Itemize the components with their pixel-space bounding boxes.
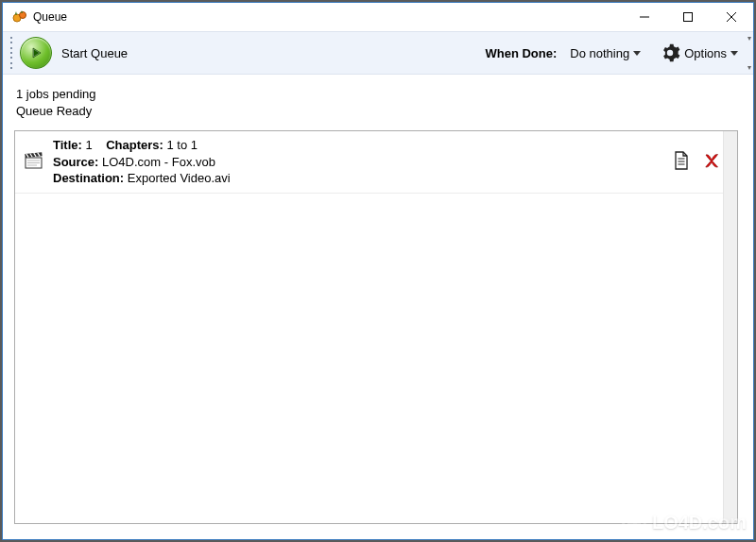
- options-dropdown[interactable]: Options: [682, 42, 744, 64]
- remove-job-button[interactable]: [703, 152, 720, 172]
- queue-job-row[interactable]: Title: 1 Chapters: 1 to 1 Source: LO4D.c…: [15, 131, 731, 194]
- app-window: Queue Start Queue When Done: D: [2, 2, 754, 540]
- toolbar-overflow-icon[interactable]: ▾: [747, 34, 751, 42]
- start-queue-label[interactable]: Start Queue: [61, 46, 128, 60]
- when-done-value: Do nothing: [570, 46, 629, 60]
- chapters-label: Chapters:: [106, 138, 163, 152]
- toolbar-overflow-icon[interactable]: ▾: [747, 63, 751, 72]
- destination-label: Destination:: [53, 171, 124, 185]
- options-label: Options: [684, 46, 727, 60]
- pending-jobs-text: 1 jobs pending: [16, 86, 738, 103]
- source-value: LO4D.com - Fox.vob: [102, 155, 215, 169]
- source-label: Source:: [53, 155, 98, 169]
- window-controls: [623, 3, 753, 31]
- svg-rect-2: [684, 13, 693, 22]
- title-label: Title:: [53, 138, 82, 152]
- vertical-scrollbar[interactable]: [723, 131, 738, 523]
- chevron-down-icon: [633, 51, 641, 56]
- app-icon: [12, 9, 27, 25]
- queue-list: Title: 1 Chapters: 1 to 1 Source: LO4D.c…: [14, 130, 738, 524]
- close-button[interactable]: [710, 3, 753, 31]
- video-clapper-icon: [25, 152, 43, 172]
- maximize-button[interactable]: [666, 3, 710, 31]
- window-title: Queue: [33, 10, 67, 24]
- queue-status: 1 jobs pending Queue Ready: [16, 86, 738, 119]
- delete-x-icon: [703, 152, 720, 169]
- titlebar[interactable]: Queue: [3, 3, 753, 31]
- job-actions: [673, 151, 722, 173]
- toolbar-grip-icon[interactable]: [9, 35, 14, 71]
- chapters-value: 1 to 1: [166, 138, 198, 152]
- play-icon: [29, 46, 43, 59]
- minimize-button[interactable]: [623, 3, 666, 31]
- start-queue-button[interactable]: [20, 37, 52, 69]
- content-area: 1 jobs pending Queue Ready Title: 1: [3, 75, 753, 539]
- destination-value: Exported Video.avi: [128, 171, 231, 185]
- toolbar: Start Queue When Done: Do nothing Option…: [3, 31, 753, 75]
- gear-icon: [660, 42, 680, 63]
- document-icon: [673, 151, 690, 170]
- queue-ready-text: Queue Ready: [16, 103, 738, 120]
- title-value: 1: [85, 138, 92, 152]
- when-done-dropdown[interactable]: Do nothing: [564, 42, 646, 64]
- chevron-down-icon: [730, 51, 738, 56]
- job-details: Title: 1 Chapters: 1 to 1 Source: LO4D.c…: [53, 137, 231, 187]
- when-done-label: When Done:: [485, 46, 557, 60]
- edit-job-button[interactable]: [673, 151, 690, 173]
- svg-point-1: [20, 12, 26, 19]
